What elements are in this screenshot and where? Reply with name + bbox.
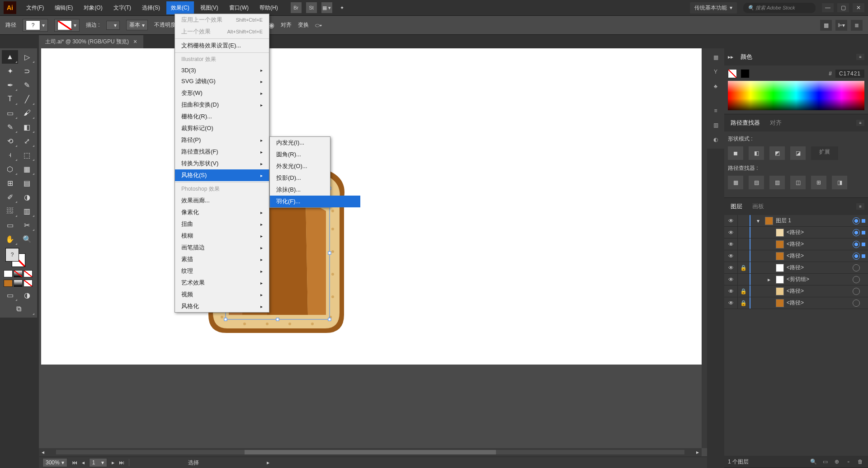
layer-row[interactable]: 👁▾图层 1 — [724, 215, 868, 227]
crop-button[interactable]: ◫ — [790, 176, 806, 189]
artboard-tool[interactable]: ▭ — [2, 218, 18, 232]
canvas[interactable] — [41, 48, 702, 365]
curvature-tool[interactable]: ✎ — [19, 78, 35, 92]
target-icon[interactable] — [853, 264, 860, 271]
workspace-switcher[interactable]: 传统基本功能 ▾ — [690, 2, 737, 14]
visibility-toggle[interactable]: 👁 — [724, 227, 738, 238]
target-icon[interactable] — [853, 276, 860, 283]
nav-last-icon[interactable]: ⏭ — [119, 459, 124, 466]
symbol-sprayer-tool[interactable]: ⛆ — [2, 204, 18, 218]
free-transform-tool[interactable]: ⬚ — [19, 148, 35, 162]
dropdown-item[interactable]: 转换为形状(V) — [175, 158, 269, 169]
scale-tool[interactable]: ⤢ — [19, 134, 35, 148]
fill-stroke-swatches[interactable]: ? — [2, 246, 35, 269]
bridge-icon[interactable]: Br — [291, 2, 302, 13]
line-tool[interactable]: ╱ — [19, 92, 35, 106]
menu-item[interactable]: 编辑(E) — [50, 1, 77, 14]
paintbrush-tool[interactable]: 🖌 — [19, 106, 35, 120]
dropdown-item[interactable]: 扭曲和变换(D) — [175, 99, 269, 111]
search-input[interactable]: 🔍 搜索 Adobe Stock — [743, 3, 816, 13]
dropdown-item[interactable]: 模糊 — [175, 230, 269, 242]
minus-back-button[interactable]: ◨ — [832, 176, 847, 189]
symbols-panel-icon[interactable]: ♣ — [709, 81, 722, 92]
screen-mode-icon[interactable]: ▭ — [2, 288, 18, 302]
blend-tool[interactable]: ◑ — [19, 190, 35, 204]
stroke-weight-input[interactable]: ▾ — [106, 21, 120, 30]
draw-normal-icon[interactable] — [4, 280, 13, 287]
layer-row[interactable]: 👁<路径> — [724, 250, 868, 262]
menu-item[interactable]: 效果(C) — [166, 1, 194, 14]
color-panel-tab[interactable]: 颜色 — [738, 51, 755, 63]
target-icon[interactable] — [853, 229, 860, 236]
transform-label[interactable]: 变换 — [298, 21, 309, 29]
submenu-item[interactable]: 羽化(F)... — [270, 196, 360, 207]
fill-swatch-dropdown[interactable]: ?▾ — [23, 19, 48, 32]
eraser-tool[interactable]: ◧ — [19, 120, 35, 134]
trim-button[interactable]: ▤ — [749, 176, 764, 189]
rotate-tool[interactable]: ⟲ — [2, 134, 18, 148]
dropdown-item[interactable]: 风格化 — [175, 300, 269, 312]
scroll-right-icon[interactable]: ▸ — [693, 449, 702, 455]
menu-item[interactable]: 文件(F) — [22, 1, 48, 14]
layer-row[interactable]: 👁▸<剪切组> — [724, 274, 868, 285]
graph-tool[interactable]: ▥ — [19, 204, 35, 218]
artboards-panel-tab[interactable]: 画板 — [750, 201, 767, 212]
submenu-item[interactable]: 外发光(O)... — [270, 160, 360, 172]
stroke-panel-icon[interactable]: ≡ — [709, 105, 722, 116]
maximize-button[interactable]: ▢ — [837, 3, 849, 12]
horizontal-scrollbar[interactable]: ◂ ▸ — [39, 448, 702, 456]
mesh-tool[interactable]: ⊞ — [2, 176, 18, 190]
layer-row[interactable]: 👁🔒<路径> — [724, 262, 868, 274]
perspective-tool[interactable]: ▦ — [19, 162, 35, 176]
make-clipping-icon[interactable]: ▭ — [821, 458, 829, 466]
panel-menu-icon[interactable]: ≣ — [851, 20, 863, 31]
eyedropper-tool[interactable]: ✐ — [2, 190, 18, 204]
zoom-tool[interactable]: 🔍 — [19, 232, 35, 246]
stock-icon[interactable]: St — [306, 2, 317, 13]
lock-toggle[interactable] — [738, 250, 750, 262]
divide-button[interactable]: ▦ — [728, 176, 743, 189]
lock-toggle[interactable] — [738, 215, 750, 226]
nav-first-icon[interactable]: ⏮ — [72, 459, 77, 466]
expand-toggle-icon[interactable]: ▾ — [757, 218, 762, 224]
dropdown-item[interactable]: 视频 — [175, 289, 269, 300]
arrange-docs-icon[interactable]: ▦ ▾ — [321, 2, 332, 13]
layer-row[interactable]: 👁🔒<路径> — [724, 285, 868, 297]
draw-behind-icon[interactable] — [14, 280, 23, 287]
menu-item[interactable]: 文字(T) — [109, 1, 136, 14]
dropdown-item[interactable]: 像素化 — [175, 206, 269, 218]
submenu-item[interactable]: 内发光(I)... — [270, 137, 360, 149]
vertical-scrollbar[interactable] — [702, 48, 707, 448]
unite-button[interactable]: ◼ — [728, 146, 743, 160]
dropdown-item[interactable]: 纹理 — [175, 265, 269, 277]
magic-wand-tool[interactable]: ✦ — [2, 64, 18, 78]
panel-menu-icon[interactable]: ≡ — [856, 54, 864, 60]
scroll-left-icon[interactable]: ◂ — [39, 449, 47, 455]
align-panel-tab[interactable]: 对齐 — [767, 117, 784, 129]
target-icon[interactable] — [853, 217, 860, 225]
shaper-tool[interactable]: ✎ — [2, 120, 18, 134]
dropdown-item[interactable]: 文档栅格效果设置(E)... — [175, 40, 269, 51]
dropdown-item[interactable]: 裁剪标记(O) — [175, 122, 269, 134]
transparency-panel-icon[interactable]: ◐ — [709, 134, 722, 145]
menu-item[interactable]: 视图(V) — [196, 1, 223, 14]
gradient-mode-icon[interactable] — [14, 270, 23, 277]
stroke-swatch-dropdown[interactable]: ▾ — [54, 19, 80, 32]
width-tool[interactable]: ⫞ — [2, 148, 18, 162]
zoom-level-dropdown[interactable]: 300% ▾ — [42, 458, 67, 467]
fill-indicator[interactable] — [728, 69, 737, 78]
document-tab[interactable]: 土司.ai* @ 300% (RGB/GPU 预览) × — [39, 35, 143, 48]
menu-item[interactable]: 帮助(H) — [255, 1, 283, 14]
delete-layer-icon[interactable]: 🗑 — [856, 458, 864, 466]
slice-tool[interactable]: ✂ — [19, 218, 35, 232]
artboard-nav-input[interactable]: 1 ▾ — [89, 458, 108, 467]
dropdown-item[interactable]: 素描 — [175, 253, 269, 265]
rectangle-tool[interactable]: ▭ — [2, 106, 18, 120]
align-label[interactable]: 对齐 — [281, 21, 292, 29]
selection-tool[interactable]: ▲ — [2, 50, 18, 64]
new-layer-icon[interactable]: ▫ — [844, 458, 853, 466]
target-icon[interactable] — [853, 241, 860, 248]
screen-mode2-icon[interactable]: ◑ — [19, 288, 35, 302]
merge-button[interactable]: ▥ — [769, 176, 785, 189]
layer-row[interactable]: 👁🔒<路径> — [724, 297, 868, 309]
